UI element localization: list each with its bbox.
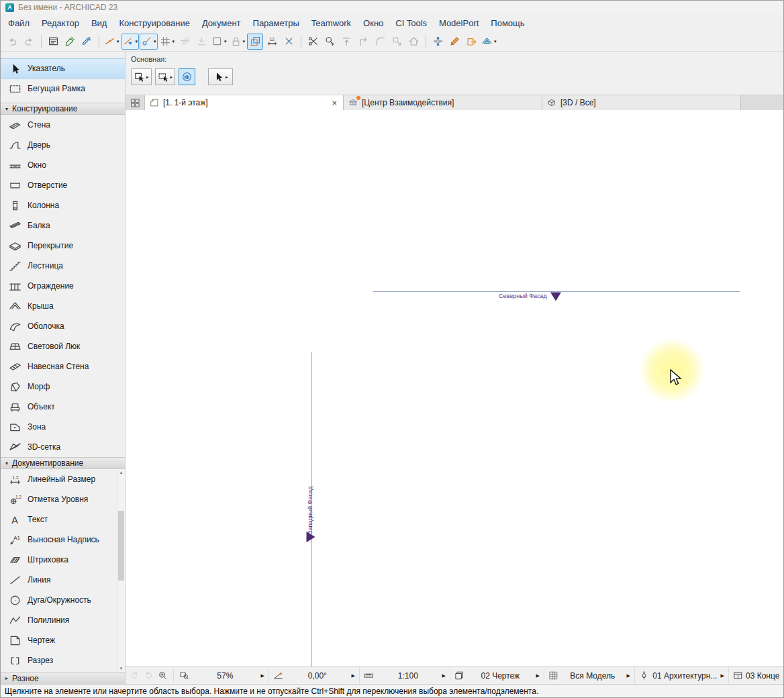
- resize-button[interactable]: [389, 34, 405, 50]
- guidelines-button[interactable]: ▾: [103, 34, 121, 50]
- orientation-control[interactable]: 0,00°▶: [269, 667, 360, 684]
- gravity-button[interactable]: [193, 34, 209, 50]
- skewed-grid-button[interactable]: [177, 34, 193, 50]
- tool-item[interactable]: Дуга/Окружность: [1, 590, 125, 610]
- inject-parameters-button[interactable]: [79, 34, 95, 50]
- tab-floor-plan[interactable]: [1. 1-й этаж] ×: [145, 95, 344, 110]
- scroll-down-icon[interactable]: ▼: [117, 666, 125, 670]
- zoom-level-control[interactable]: 57%▶: [175, 667, 269, 684]
- tool-item[interactable]: Ограждение: [1, 276, 125, 296]
- grid-snap-button[interactable]: ▾: [158, 34, 177, 50]
- orientation-value: 0,00°: [283, 671, 352, 681]
- menu-item[interactable]: Teamwork: [305, 14, 357, 32]
- marquee-method-button[interactable]: ▸: [155, 68, 176, 85]
- tool-item[interactable]: Штриховка: [1, 550, 125, 570]
- trim-button[interactable]: [355, 34, 371, 50]
- find-select-button[interactable]: [322, 34, 338, 50]
- tool-item[interactable]: Линия: [1, 570, 125, 590]
- menu-item[interactable]: Вид: [85, 14, 113, 32]
- tool-item[interactable]: Балка: [1, 215, 125, 236]
- tool-item[interactable]: Перекрытие: [1, 236, 125, 256]
- menu-item[interactable]: Файл: [2, 14, 36, 32]
- menu-item[interactable]: Документ: [196, 14, 247, 32]
- menu-item[interactable]: CI Tools: [389, 14, 433, 32]
- quick-selection-button[interactable]: [179, 68, 195, 85]
- toolbox-section-document-header[interactable]: ▾ Документирование: [1, 457, 125, 469]
- tool-item[interactable]: Чертеж: [1, 630, 125, 650]
- tool-item[interactable]: Окно: [1, 155, 125, 175]
- selection-settings-button[interactable]: ▸: [131, 68, 152, 85]
- north-elevation-marker-icon[interactable]: [550, 292, 562, 302]
- menu-item[interactable]: Параметры: [247, 14, 305, 32]
- toolbox-section-more-header[interactable]: ▸ Разное: [1, 672, 125, 684]
- menu-item[interactable]: Редактор: [36, 14, 85, 32]
- modelport-markup-button[interactable]: [446, 34, 462, 50]
- modelport-roof-button[interactable]: ▾: [480, 34, 498, 50]
- menu-item[interactable]: Конструирование: [113, 14, 195, 32]
- adjust-button[interactable]: [338, 34, 354, 50]
- split-button[interactable]: [305, 34, 321, 50]
- toolbox-section-design-header[interactable]: ▾ Конструирование: [1, 103, 125, 115]
- snap-frame-button[interactable]: ▾: [210, 34, 228, 50]
- tool-item[interactable]: Оболочка: [1, 316, 125, 336]
- west-elevation-marker-icon[interactable]: [306, 531, 317, 543]
- trace-reference-button[interactable]: [247, 34, 263, 50]
- snap-points-button[interactable]: ▾: [140, 34, 158, 50]
- redo-button[interactable]: [21, 34, 37, 50]
- menu-item[interactable]: ModelPort: [433, 14, 485, 32]
- tool-item[interactable]: Колонна: [1, 195, 125, 215]
- menu-item[interactable]: Помощь: [485, 14, 530, 32]
- tool-item[interactable]: Объект: [1, 397, 125, 417]
- pointer-small-icon: [213, 71, 224, 83]
- tool-item[interactable]: Морф: [1, 377, 125, 397]
- scroll-up-icon[interactable]: ▲: [117, 470, 125, 475]
- tab-overview-button[interactable]: [126, 95, 145, 110]
- tool-item[interactable]: Отверстие: [1, 175, 125, 195]
- tool-item[interactable]: Полилиния: [1, 610, 125, 630]
- tool-item[interactable]: Зона: [1, 417, 125, 437]
- tab-close-button[interactable]: ×: [330, 98, 338, 108]
- tab-3d-all[interactable]: [3D / Все]: [542, 95, 741, 110]
- fillet-button[interactable]: [372, 34, 388, 50]
- modelport-export-button[interactable]: [463, 34, 479, 50]
- tool-item[interactable]: 1.2Линейный Размер: [1, 469, 125, 489]
- menu-item[interactable]: Окно: [357, 14, 389, 32]
- tool-item[interactable]: Стена: [1, 115, 125, 135]
- pen-set-control[interactable]: 01 Архитектурн...▶: [635, 667, 729, 684]
- tool-item[interactable]: Разрез: [1, 650, 125, 670]
- home-story-button[interactable]: [405, 34, 422, 50]
- tool-item[interactable]: Бегущая Рамка: [1, 79, 125, 99]
- lock-coordinates-button[interactable]: ▾: [229, 34, 247, 50]
- element-settings-button[interactable]: [45, 34, 61, 50]
- zoom-next-button[interactable]: [142, 668, 156, 683]
- tool-item[interactable]: Указатель: [1, 58, 125, 79]
- scrollbar-thumb[interactable]: [118, 511, 124, 581]
- snap-guides-button[interactable]: ▾: [121, 34, 140, 50]
- suspend-groups-button[interactable]: [281, 34, 297, 50]
- tool-item[interactable]: Дверь: [1, 135, 125, 155]
- zoom-in-button[interactable]: [156, 668, 170, 683]
- arrow-method-button[interactable]: ▸: [208, 68, 233, 85]
- ci-tools-button[interactable]: [430, 34, 446, 50]
- tool-item[interactable]: AТекст: [1, 509, 125, 530]
- tool-item[interactable]: A1Выносная Надпись: [1, 530, 125, 550]
- tool-item[interactable]: Крыша: [1, 296, 125, 316]
- tool-item[interactable]: Навесная Стена: [1, 356, 125, 377]
- tool-item[interactable]: Лестница: [1, 256, 125, 276]
- drawing-canvas[interactable]: Северный Фасад Западный Фасад: [126, 110, 783, 666]
- model-filter-control[interactable]: Вся Модель▶: [544, 667, 635, 684]
- tool-item[interactable]: Световой Люк: [1, 336, 125, 356]
- tool-item[interactable]: 3D-сетка: [1, 437, 125, 457]
- measure-units-button[interactable]: 12: [264, 34, 280, 50]
- toolbox-scrollbar[interactable]: ▲ ▼: [117, 469, 125, 672]
- undo-button[interactable]: [4, 34, 20, 50]
- zoom-previous-button[interactable]: [128, 668, 142, 683]
- layer-combination-control[interactable]: 02 Чертеж▶: [450, 667, 544, 684]
- tool-label: Оболочка: [28, 321, 64, 331]
- graphic-override-control[interactable]: 03 Концепц...: [729, 667, 783, 684]
- scale-control[interactable]: 1:100▶: [360, 667, 450, 684]
- pickup-parameters-button[interactable]: [62, 34, 78, 50]
- tool-item[interactable]: 1.2Отметка Уровня: [1, 489, 125, 509]
- toolbox-document-wrap: 1.2Линейный Размер1.2Отметка УровняAТекс…: [1, 469, 125, 672]
- tab-interaction-center[interactable]: [Центр Взаимодействия]: [344, 95, 542, 110]
